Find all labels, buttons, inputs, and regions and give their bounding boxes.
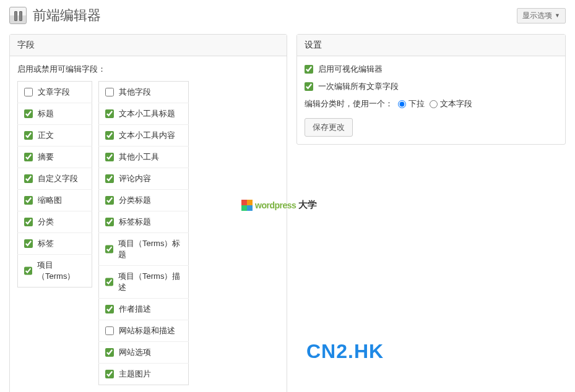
field-label: 缩略图 bbox=[38, 195, 62, 206]
field-label: 其他字段 bbox=[119, 87, 151, 98]
table-row: 自定义字段 bbox=[18, 168, 92, 190]
field-label: 评论内容 bbox=[119, 173, 151, 184]
field-label: 文章字段 bbox=[38, 87, 70, 98]
field-label: 摘要 bbox=[38, 151, 54, 163]
table-row: 主题图片 bbox=[99, 364, 189, 385]
radio-group-label: 编辑分类时，使用一个： bbox=[305, 98, 393, 109]
table-row: 标签 bbox=[18, 233, 92, 255]
setting-label: 一次编辑所有文章字段 bbox=[318, 81, 399, 92]
table-row: 文本小工具内容 bbox=[99, 125, 189, 147]
checkbox-other-fields-header[interactable] bbox=[105, 88, 114, 96]
table-row: 摘要 bbox=[18, 147, 92, 168]
field-label: 文本小工具标题 bbox=[119, 108, 175, 119]
radio-dropdown[interactable] bbox=[398, 100, 406, 108]
checkbox-enable-visual-editor[interactable] bbox=[305, 65, 313, 74]
screen-options-button[interactable]: 显示选项 ▼ bbox=[517, 8, 566, 23]
field-label: 正文 bbox=[38, 130, 54, 141]
table-row: 文章字段 bbox=[18, 82, 92, 103]
checkbox-other-widgets[interactable] bbox=[105, 153, 114, 161]
other-fields-table: 其他字段 文本小工具标题 文本小工具内容 其他小工具 bbox=[98, 81, 189, 385]
field-label: 项目（Terms）标题 bbox=[118, 238, 182, 260]
radio-label: 下拉 bbox=[409, 98, 425, 109]
checkbox-tags[interactable] bbox=[24, 239, 33, 248]
checkbox-category[interactable] bbox=[24, 218, 33, 226]
table-row: 项目（Terms）描述 bbox=[99, 266, 189, 299]
table-row: 评论内容 bbox=[99, 168, 189, 190]
checkbox-category-title[interactable] bbox=[105, 196, 114, 205]
save-settings-button[interactable]: 保存更改 bbox=[305, 118, 353, 137]
field-label: 分类 bbox=[38, 216, 54, 228]
table-row: 分类 bbox=[18, 211, 92, 233]
checkbox-content[interactable] bbox=[24, 131, 33, 140]
checkbox-terms[interactable] bbox=[24, 266, 32, 275]
table-row: 文本小工具标题 bbox=[99, 103, 189, 125]
table-row: 网站选项 bbox=[99, 342, 189, 364]
field-label: 网站标题和描述 bbox=[119, 325, 175, 336]
setting-label: 启用可视化编辑器 bbox=[318, 64, 383, 75]
watermark-cn-text: 大学 bbox=[298, 199, 317, 211]
table-row: 正文 bbox=[18, 125, 92, 147]
table-row: 项目（Terms） bbox=[18, 255, 92, 288]
checkbox-title[interactable] bbox=[24, 109, 33, 118]
field-label: 标签 bbox=[38, 238, 54, 249]
checkbox-edit-all-fields[interactable] bbox=[305, 82, 313, 91]
settings-panel: 设置 启用可视化编辑器 一次编辑所有文章字段 编辑分类时，使用一个： 下拉 文本… bbox=[296, 34, 566, 145]
checkbox-excerpt[interactable] bbox=[24, 153, 33, 161]
watermark-wp-text: wordpress bbox=[255, 200, 296, 210]
page-title: 前端编辑器 bbox=[33, 6, 101, 25]
fields-panel-title: 字段 bbox=[10, 35, 287, 56]
checkbox-text-widget-title[interactable] bbox=[105, 109, 114, 118]
checkbox-site-title-desc[interactable] bbox=[105, 326, 114, 335]
table-row: 项目（Terms）标题 bbox=[99, 233, 189, 266]
table-row: 缩略图 bbox=[18, 190, 92, 211]
table-row: 标题 bbox=[18, 103, 92, 125]
radio-label: 文本字段 bbox=[440, 98, 472, 109]
table-row: 分类标题 bbox=[99, 190, 189, 211]
field-label: 项目（Terms）描述 bbox=[118, 271, 182, 293]
chevron-down-icon: ▼ bbox=[555, 12, 560, 19]
fields-panel: 字段 启用或禁用可编辑字段： 文章字段 标题 正文 bbox=[9, 34, 287, 392]
checkbox-site-options[interactable] bbox=[105, 348, 114, 357]
checkbox-post-fields-header[interactable] bbox=[24, 88, 33, 96]
field-label: 项目（Terms） bbox=[37, 260, 85, 282]
checkbox-custom-fields[interactable] bbox=[24, 174, 33, 183]
field-label: 作者描述 bbox=[119, 304, 151, 315]
checkbox-thumbnail[interactable] bbox=[24, 196, 33, 205]
checkbox-author-description[interactable] bbox=[105, 305, 114, 313]
field-label: 自定义字段 bbox=[38, 173, 78, 184]
radio-text-field[interactable] bbox=[430, 100, 438, 108]
field-label: 其他小工具 bbox=[119, 151, 159, 163]
table-row: 网站标题和描述 bbox=[99, 320, 189, 342]
plugin-icon bbox=[9, 7, 27, 24]
checkbox-tag-title[interactable] bbox=[105, 218, 114, 226]
watermark-cn2hk: CN2.HK bbox=[306, 340, 384, 363]
checkbox-comment-content[interactable] bbox=[105, 174, 114, 183]
checkbox-terms-title[interactable] bbox=[105, 245, 113, 254]
table-row: 其他小工具 bbox=[99, 147, 189, 168]
wp-logo-icon bbox=[241, 200, 253, 211]
field-label: 文本小工具内容 bbox=[119, 130, 175, 141]
settings-panel-title: 设置 bbox=[297, 35, 565, 56]
field-label: 分类标题 bbox=[119, 195, 151, 206]
checkbox-theme-image[interactable] bbox=[105, 370, 114, 378]
table-row: 其他字段 bbox=[99, 82, 189, 103]
screen-options-label: 显示选项 bbox=[522, 11, 552, 21]
checkbox-text-widget-content[interactable] bbox=[105, 131, 114, 140]
field-label: 主题图片 bbox=[119, 369, 151, 380]
fields-intro: 启用或禁用可编辑字段： bbox=[17, 64, 279, 75]
field-label: 标题 bbox=[38, 108, 54, 119]
field-label: 标签标题 bbox=[119, 216, 151, 228]
table-row: 作者描述 bbox=[99, 299, 189, 320]
post-fields-table: 文章字段 标题 正文 摘要 bbox=[17, 81, 92, 288]
field-label: 网站选项 bbox=[119, 347, 151, 358]
watermark-wordpress: wordpress大学 bbox=[241, 199, 317, 211]
table-row: 标签标题 bbox=[99, 211, 189, 233]
checkbox-terms-description[interactable] bbox=[105, 278, 113, 286]
